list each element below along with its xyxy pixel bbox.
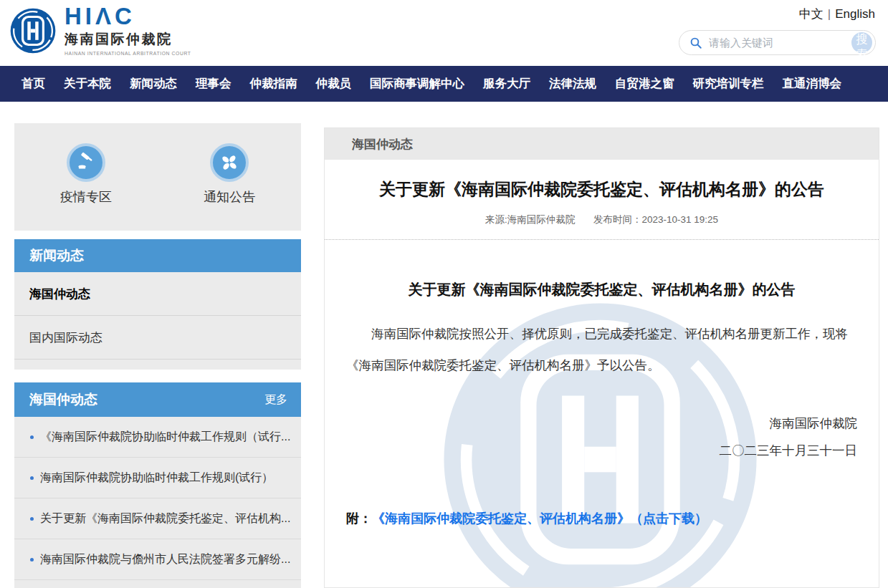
article-signature-block: 海南国际仲裁院 二〇二三年十月三十一日	[346, 410, 857, 464]
quick-link-notices[interactable]: 通知公告	[186, 143, 272, 206]
article-publish-time: 发布时间：2023-10-31 19:25	[593, 214, 718, 225]
nav-item-home[interactable]: 首页	[22, 76, 45, 92]
bullet-icon	[30, 476, 34, 480]
nav-item-arbitration-guide[interactable]: 仲裁指南	[250, 76, 297, 92]
main-content: 海国仲动态 关于更新《海南国际仲裁院委托鉴定、评估机构名册》的公告 来源:海南国…	[324, 127, 879, 588]
quick-links-panel: 疫情专区 通知公告	[14, 123, 301, 231]
bullet-icon	[30, 558, 34, 562]
list-item-text: 海南国际仲裁院与儋州市人民法院签署多元解纷...	[40, 552, 290, 567]
nav-item-about[interactable]: 关于本院	[64, 76, 111, 92]
list-item-text: 《海南国际仲裁院协助临时仲裁工作规则（试行...	[40, 430, 290, 445]
article-title: 关于更新《海南国际仲裁院委托鉴定、评估机构名册》的公告	[346, 178, 857, 201]
hiac-logo-icon	[10, 8, 56, 54]
hiac-news-header: 海国仲动态 更多	[14, 382, 301, 417]
article-paragraph: 海南国际仲裁院按照公开、择优原则，已完成委托鉴定、评估机构名册更新工作，现将《海…	[346, 318, 857, 381]
sidebar-item-hiac-news[interactable]: 海国仲动态	[14, 272, 301, 316]
signature-name: 海南国际仲裁院	[346, 410, 857, 437]
list-item-text: 海南国际仲裁院协助临时仲裁工作规则(试行）	[40, 471, 273, 486]
search-box: 搜索	[679, 30, 876, 55]
article: 关于更新《海南国际仲裁院委托鉴定、评估机构名册》的公告 来源:海南国际仲裁院 发…	[325, 160, 879, 588]
bullet-icon	[30, 435, 34, 439]
article-body-title: 关于更新《海南国际仲裁院委托鉴定、评估机构名册》的公告	[346, 280, 857, 299]
section-title-bar: 海国仲动态	[325, 128, 879, 160]
section-title: 海国仲动态	[352, 136, 413, 153]
lang-divider: |	[828, 7, 831, 21]
news-list-tail	[14, 580, 301, 588]
bullet-icon	[30, 517, 34, 521]
hiac-news-panel: 海国仲动态 更多 《海南国际仲裁院协助临时仲裁工作规则（试行... 海南国际仲裁…	[14, 382, 301, 588]
search-icon	[689, 37, 702, 49]
news-menu-body: 海国仲动态 国内国际动态	[14, 272, 301, 370]
brand-acronym: HIΛC	[65, 6, 191, 27]
nav-item-expo[interactable]: 直通消博会	[783, 76, 842, 92]
article-inner: 关于更新《海南国际仲裁院委托鉴定、评估机构名册》的公告 来源:海南国际仲裁院 发…	[325, 160, 879, 527]
list-item[interactable]: 海南国际仲裁院与儋州市人民法院签署多元解纷...	[14, 539, 301, 580]
list-item[interactable]: 海南国际仲裁院协助临时仲裁工作规则(试行）	[14, 458, 301, 498]
nav-item-laws[interactable]: 法律法规	[549, 76, 596, 92]
site-header: HIΛC 海南国际仲裁院 HAINAN INTERNATIONAL ARBITR…	[0, 0, 888, 66]
gavel-icon	[67, 143, 105, 182]
nav-item-arbitrators[interactable]: 仲裁员	[316, 76, 352, 92]
attachment-download-link[interactable]: 《海南国际仲裁院委托鉴定、评估机构名册》（点击下载）	[372, 511, 707, 526]
sidebar: 疫情专区 通知公告 新闻动态	[14, 123, 301, 588]
lang-english-link[interactable]: English	[835, 7, 875, 21]
site-logo[interactable]: HIΛC 海南国际仲裁院 HAINAN INTERNATIONAL ARBITR…	[10, 6, 191, 56]
page: HIΛC 海南国际仲裁院 HAINAN INTERNATIONAL ARBITR…	[0, 0, 888, 588]
attachment-prefix: 附：	[346, 511, 372, 526]
search-button[interactable]: 搜索	[851, 32, 872, 53]
article-head: 关于更新《海南国际仲裁院委托鉴定、评估机构名册》的公告 来源:海南国际仲裁院 发…	[325, 160, 879, 240]
list-item-text: 关于更新《海南国际仲裁院委托鉴定、评估机构...	[40, 511, 290, 526]
attachment-line: 附：《海南国际仲裁院委托鉴定、评估机构名册》（点击下载）	[346, 510, 857, 527]
more-link[interactable]: 更多	[264, 392, 287, 408]
article-body: 关于更新《海南国际仲裁院委托鉴定、评估机构名册》的公告 海南国际仲裁院按照公开、…	[325, 280, 879, 527]
hiac-news-list: 《海南国际仲裁院协助临时仲裁工作规则（试行... 海南国际仲裁院协助临时仲裁工作…	[14, 417, 301, 580]
news-menu-header: 新闻动态	[14, 239, 301, 272]
sidebar-item-domestic-international[interactable]: 国内国际动态	[14, 316, 301, 360]
article-meta: 来源:海南国际仲裁院 发布时间：2023-10-31 19:25	[346, 213, 857, 226]
list-item[interactable]: 《海南国际仲裁院协助临时仲裁工作规则（试行...	[14, 417, 301, 458]
brand-text: HIΛC 海南国际仲裁院 HAINAN INTERNATIONAL ARBITR…	[65, 6, 191, 56]
nav-item-research-training[interactable]: 研究培训专栏	[693, 76, 764, 92]
fan-icon	[210, 143, 249, 182]
brand-name-cn: 海南国际仲裁院	[65, 30, 191, 49]
quick-link-epidemic[interactable]: 疫情专区	[43, 143, 129, 206]
main-nav: 首页 关于本院 新闻动态 理事会 仲裁指南 仲裁员 国际商事调解中心 服务大厅 …	[0, 66, 888, 102]
panel-title: 海国仲动态	[29, 390, 97, 409]
nav-item-service-hall[interactable]: 服务大厅	[483, 76, 530, 92]
nav-item-mediation-center[interactable]: 国际商事调解中心	[370, 76, 464, 92]
language-switcher: 中文|English	[799, 6, 875, 22]
nav-item-news[interactable]: 新闻动态	[130, 76, 177, 92]
brand-name-en: HAINAN INTERNATIONAL ARBITRATION COURT	[65, 51, 191, 56]
nav-item-free-trade-port[interactable]: 自贸港之窗	[615, 76, 674, 92]
list-item[interactable]: 关于更新《海南国际仲裁院委托鉴定、评估机构...	[14, 498, 301, 539]
quick-link-label: 疫情专区	[43, 188, 129, 206]
lang-chinese-link[interactable]: 中文	[799, 7, 823, 21]
quick-link-label: 通知公告	[186, 188, 272, 206]
article-source: 来源:海南国际仲裁院	[485, 214, 575, 225]
news-menu-panel: 新闻动态 海国仲动态 国内国际动态	[14, 239, 301, 370]
panel-title: 新闻动态	[29, 246, 84, 265]
search-input[interactable]	[709, 37, 851, 49]
nav-item-council[interactable]: 理事会	[196, 76, 231, 92]
signature-date: 二〇二三年十月三十一日	[346, 437, 857, 464]
